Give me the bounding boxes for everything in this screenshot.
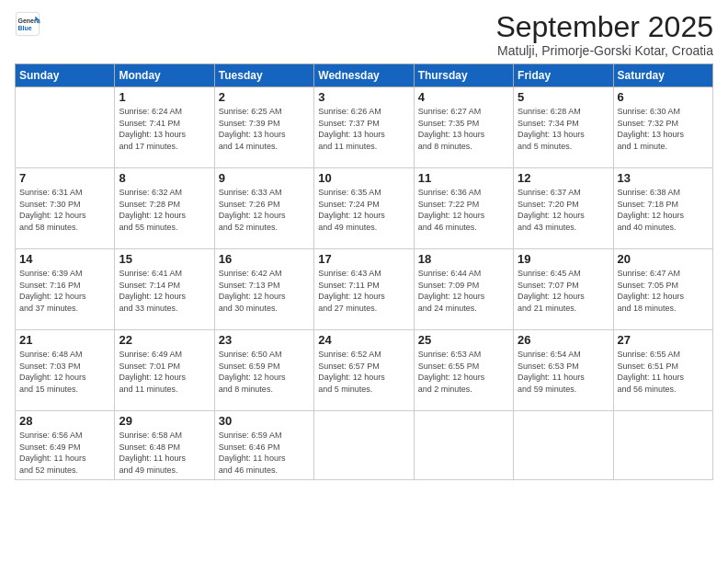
day-cell: 23Sunrise: 6:50 AM Sunset: 6:59 PM Dayli… (214, 330, 313, 411)
day-number: 9 (219, 171, 310, 185)
day-cell: 28Sunrise: 6:56 AM Sunset: 6:49 PM Dayli… (16, 411, 115, 479)
day-cell: 24Sunrise: 6:52 AM Sunset: 6:57 PM Dayli… (314, 330, 414, 411)
col-monday: Monday (115, 64, 214, 87)
day-info: Sunrise: 6:47 AM Sunset: 7:05 PM Dayligh… (618, 268, 709, 314)
calendar-table: SundayMondayTuesdayWednesdayThursdayFrid… (15, 63, 713, 479)
day-number: 20 (618, 252, 709, 266)
day-number: 21 (19, 333, 110, 347)
day-number: 25 (418, 333, 509, 347)
day-number: 7 (19, 171, 110, 185)
day-info: Sunrise: 6:45 AM Sunset: 7:07 PM Dayligh… (518, 268, 609, 314)
day-cell: 18Sunrise: 6:44 AM Sunset: 7:09 PM Dayli… (414, 249, 513, 330)
logo: General Blue (15, 11, 40, 37)
day-number: 26 (518, 333, 609, 347)
day-cell: 17Sunrise: 6:43 AM Sunset: 7:11 PM Dayli… (314, 249, 414, 330)
day-number: 19 (518, 252, 609, 266)
col-friday: Friday (514, 64, 613, 87)
logo-icon: General Blue (15, 11, 40, 37)
title-block: September 2025 Matulji, Primorje-Gorski … (495, 11, 713, 58)
day-info: Sunrise: 6:35 AM Sunset: 7:24 PM Dayligh… (318, 187, 409, 233)
day-cell: 2Sunrise: 6:25 AM Sunset: 7:39 PM Daylig… (214, 87, 313, 168)
day-info: Sunrise: 6:38 AM Sunset: 7:18 PM Dayligh… (618, 187, 709, 233)
day-info: Sunrise: 6:59 AM Sunset: 6:46 PM Dayligh… (219, 430, 310, 476)
day-cell: 6Sunrise: 6:30 AM Sunset: 7:32 PM Daylig… (613, 87, 712, 168)
day-number: 11 (418, 171, 509, 185)
day-cell: 1Sunrise: 6:24 AM Sunset: 7:41 PM Daylig… (115, 87, 214, 168)
day-cell: 4Sunrise: 6:27 AM Sunset: 7:35 PM Daylig… (414, 87, 513, 168)
day-number: 22 (119, 333, 210, 347)
week-row-1: 1Sunrise: 6:24 AM Sunset: 7:41 PM Daylig… (16, 87, 713, 168)
day-number: 23 (219, 333, 310, 347)
col-thursday: Thursday (414, 64, 513, 87)
day-cell: 20Sunrise: 6:47 AM Sunset: 7:05 PM Dayli… (613, 249, 712, 330)
day-number: 8 (119, 171, 210, 185)
day-cell: 8Sunrise: 6:32 AM Sunset: 7:28 PM Daylig… (115, 168, 214, 249)
day-cell: 30Sunrise: 6:59 AM Sunset: 6:46 PM Dayli… (214, 411, 313, 479)
day-number: 16 (219, 252, 310, 266)
day-cell (613, 411, 712, 479)
day-number: 2 (219, 90, 310, 104)
day-info: Sunrise: 6:24 AM Sunset: 7:41 PM Dayligh… (119, 106, 210, 152)
day-info: Sunrise: 6:48 AM Sunset: 7:03 PM Dayligh… (19, 349, 110, 395)
day-info: Sunrise: 6:31 AM Sunset: 7:30 PM Dayligh… (19, 187, 110, 233)
day-number: 24 (318, 333, 409, 347)
day-info: Sunrise: 6:32 AM Sunset: 7:28 PM Dayligh… (119, 187, 210, 233)
day-number: 1 (119, 90, 210, 104)
day-number: 10 (318, 171, 409, 185)
day-number: 12 (518, 171, 609, 185)
day-cell (514, 411, 613, 479)
day-number: 14 (19, 252, 110, 266)
day-info: Sunrise: 6:39 AM Sunset: 7:16 PM Dayligh… (19, 268, 110, 314)
day-info: Sunrise: 6:33 AM Sunset: 7:26 PM Dayligh… (219, 187, 310, 233)
day-number: 4 (418, 90, 509, 104)
day-number: 27 (618, 333, 709, 347)
day-info: Sunrise: 6:52 AM Sunset: 6:57 PM Dayligh… (318, 349, 409, 395)
col-wednesday: Wednesday (314, 64, 414, 87)
day-info: Sunrise: 6:42 AM Sunset: 7:13 PM Dayligh… (219, 268, 310, 314)
day-cell (16, 87, 115, 168)
day-info: Sunrise: 6:56 AM Sunset: 6:49 PM Dayligh… (19, 430, 110, 476)
svg-rect-0 (16, 12, 39, 35)
day-info: Sunrise: 6:44 AM Sunset: 7:09 PM Dayligh… (418, 268, 509, 314)
day-info: Sunrise: 6:43 AM Sunset: 7:11 PM Dayligh… (318, 268, 409, 314)
week-row-3: 14Sunrise: 6:39 AM Sunset: 7:16 PM Dayli… (16, 249, 713, 330)
day-number: 6 (618, 90, 709, 104)
day-cell: 10Sunrise: 6:35 AM Sunset: 7:24 PM Dayli… (314, 168, 414, 249)
page-container: General Blue September 2025 Matulji, Pri… (0, 0, 728, 488)
month-title: September 2025 (495, 11, 713, 43)
day-cell: 9Sunrise: 6:33 AM Sunset: 7:26 PM Daylig… (214, 168, 313, 249)
day-cell: 16Sunrise: 6:42 AM Sunset: 7:13 PM Dayli… (214, 249, 313, 330)
day-cell (314, 411, 414, 479)
day-number: 30 (219, 414, 310, 428)
day-info: Sunrise: 6:26 AM Sunset: 7:37 PM Dayligh… (318, 106, 409, 152)
col-tuesday: Tuesday (214, 64, 313, 87)
day-number: 29 (119, 414, 210, 428)
day-cell: 19Sunrise: 6:45 AM Sunset: 7:07 PM Dayli… (514, 249, 613, 330)
week-row-5: 28Sunrise: 6:56 AM Sunset: 6:49 PM Dayli… (16, 411, 713, 479)
svg-text:Blue: Blue (18, 25, 32, 31)
day-cell: 25Sunrise: 6:53 AM Sunset: 6:55 PM Dayli… (414, 330, 513, 411)
day-cell: 21Sunrise: 6:48 AM Sunset: 7:03 PM Dayli… (16, 330, 115, 411)
day-info: Sunrise: 6:30 AM Sunset: 7:32 PM Dayligh… (618, 106, 709, 152)
week-row-4: 21Sunrise: 6:48 AM Sunset: 7:03 PM Dayli… (16, 330, 713, 411)
day-info: Sunrise: 6:25 AM Sunset: 7:39 PM Dayligh… (219, 106, 310, 152)
col-sunday: Sunday (16, 64, 115, 87)
day-cell: 11Sunrise: 6:36 AM Sunset: 7:22 PM Dayli… (414, 168, 513, 249)
day-info: Sunrise: 6:55 AM Sunset: 6:51 PM Dayligh… (618, 349, 709, 395)
day-cell: 3Sunrise: 6:26 AM Sunset: 7:37 PM Daylig… (314, 87, 414, 168)
day-cell: 29Sunrise: 6:58 AM Sunset: 6:48 PM Dayli… (115, 411, 214, 479)
day-cell: 13Sunrise: 6:38 AM Sunset: 7:18 PM Dayli… (613, 168, 712, 249)
day-number: 5 (518, 90, 609, 104)
day-info: Sunrise: 6:49 AM Sunset: 7:01 PM Dayligh… (119, 349, 210, 395)
day-info: Sunrise: 6:37 AM Sunset: 7:20 PM Dayligh… (518, 187, 609, 233)
day-cell: 7Sunrise: 6:31 AM Sunset: 7:30 PM Daylig… (16, 168, 115, 249)
day-number: 3 (318, 90, 409, 104)
col-saturday: Saturday (613, 64, 712, 87)
day-info: Sunrise: 6:28 AM Sunset: 7:34 PM Dayligh… (518, 106, 609, 152)
day-cell: 22Sunrise: 6:49 AM Sunset: 7:01 PM Dayli… (115, 330, 214, 411)
day-cell (414, 411, 513, 479)
day-info: Sunrise: 6:53 AM Sunset: 6:55 PM Dayligh… (418, 349, 509, 395)
day-info: Sunrise: 6:54 AM Sunset: 6:53 PM Dayligh… (518, 349, 609, 395)
day-info: Sunrise: 6:58 AM Sunset: 6:48 PM Dayligh… (119, 430, 210, 476)
day-info: Sunrise: 6:27 AM Sunset: 7:35 PM Dayligh… (418, 106, 509, 152)
